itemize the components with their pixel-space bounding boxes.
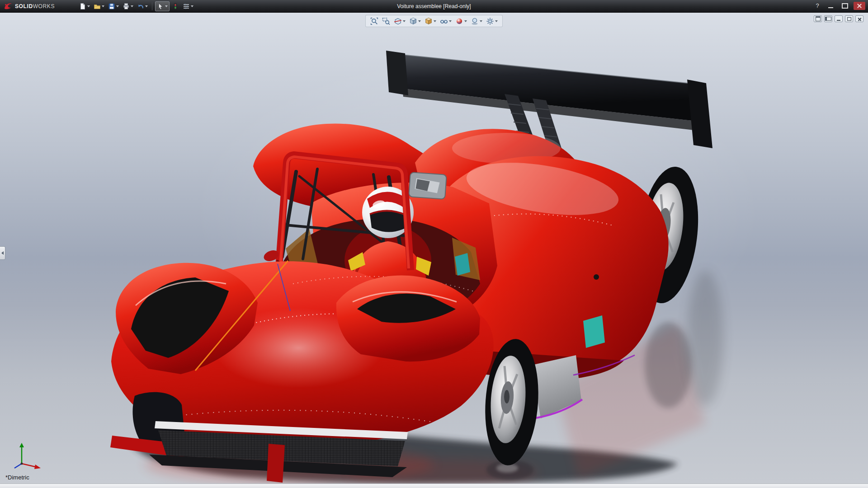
hide-show-glasses-icon <box>440 17 448 25</box>
dropdown-caret-icon <box>434 20 436 22</box>
app-logo: SOLIDWORKS <box>4 0 55 13</box>
featuremanager-collapse-tab[interactable] <box>0 246 5 260</box>
title-bar: SOLIDWORKS <box>0 0 868 13</box>
dropdown-caret-icon <box>449 20 452 22</box>
dropdown-caret-icon <box>116 5 119 7</box>
document-window-controls <box>814 15 863 22</box>
zoom-to-area-button[interactable] <box>381 16 392 26</box>
brand-text: SOLIDWORKS <box>15 3 55 9</box>
dropdown-caret-icon <box>191 5 193 7</box>
solidworks-window: SOLIDWORKS <box>0 0 868 488</box>
rear-wing <box>386 51 712 148</box>
close-button[interactable] <box>854 2 865 10</box>
graphics-viewport[interactable]: *Dimetric <box>0 13 868 483</box>
view-orientation-button[interactable] <box>408 16 422 26</box>
new-document-icon <box>79 3 86 10</box>
rebuild-traffic-icon <box>172 3 179 10</box>
close-document-button[interactable] <box>855 15 863 22</box>
race-car-model[interactable] <box>0 13 868 483</box>
dropdown-caret-icon <box>145 5 148 7</box>
previous-window-button[interactable] <box>814 15 822 22</box>
dropdown-caret-icon <box>480 20 482 22</box>
minimize-button[interactable] <box>825 2 836 10</box>
view-orientation-cube-icon <box>409 17 417 25</box>
apply-scene-button[interactable] <box>469 16 484 26</box>
dropdown-caret-icon <box>165 5 168 7</box>
display-style-icon <box>425 17 433 25</box>
dropdown-caret-icon <box>87 5 90 7</box>
restore-document-button[interactable] <box>845 15 853 22</box>
maximize-button[interactable] <box>839 2 851 10</box>
dropdown-caret-icon <box>102 5 104 7</box>
dropdown-caret-icon <box>495 20 498 22</box>
dropdown-caret-icon <box>131 5 133 7</box>
hide-show-items-button[interactable] <box>439 16 453 26</box>
next-window-button[interactable] <box>824 15 832 22</box>
view-settings-gear-icon <box>486 17 494 25</box>
open-document-button[interactable] <box>92 1 106 11</box>
options-sliders-icon <box>183 3 190 10</box>
dropdown-caret-icon <box>464 20 467 22</box>
printer-icon <box>123 3 130 10</box>
orientation-triad <box>8 440 44 472</box>
zoom-to-fit-button[interactable] <box>369 16 380 26</box>
select-cursor-icon <box>157 3 164 10</box>
zoom-to-fit-icon <box>370 17 378 25</box>
undo-button[interactable] <box>136 1 149 11</box>
appearance-ball-icon <box>455 17 463 25</box>
section-view-button[interactable] <box>392 16 407 26</box>
brand-bold: SOLID <box>15 3 33 9</box>
minimize-document-button[interactable] <box>835 15 843 22</box>
dropdown-caret-icon <box>403 20 406 22</box>
toolbar-separator <box>152 2 152 10</box>
zoom-to-area-icon <box>382 17 390 25</box>
rebuild-button[interactable] <box>170 1 180 11</box>
apply-scene-icon <box>471 17 479 25</box>
save-button[interactable] <box>107 1 120 11</box>
brand-light: WORKS <box>33 3 55 9</box>
help-button[interactable]: ? <box>813 2 822 10</box>
quick-access-toolbar <box>78 1 195 12</box>
select-tool-button[interactable] <box>155 1 170 11</box>
dropdown-caret-icon <box>418 20 421 22</box>
section-view-icon <box>394 17 402 25</box>
options-button[interactable] <box>181 1 195 11</box>
solidworks-logo-icon <box>4 2 13 11</box>
new-document-button[interactable] <box>78 1 91 11</box>
edit-appearance-button[interactable] <box>454 16 468 26</box>
print-button[interactable] <box>121 1 135 11</box>
window-controls: ? <box>813 2 865 10</box>
open-folder-icon <box>94 3 101 10</box>
heads-up-view-toolbar <box>365 15 503 27</box>
save-floppy-icon <box>108 3 115 10</box>
view-orientation-label: *Dimetric <box>5 474 29 481</box>
undo-arrow-icon <box>137 3 144 10</box>
status-bar <box>0 483 868 488</box>
rear-view-mirror <box>409 172 447 199</box>
view-settings-button[interactable] <box>485 16 499 26</box>
display-style-button[interactable] <box>423 16 438 26</box>
